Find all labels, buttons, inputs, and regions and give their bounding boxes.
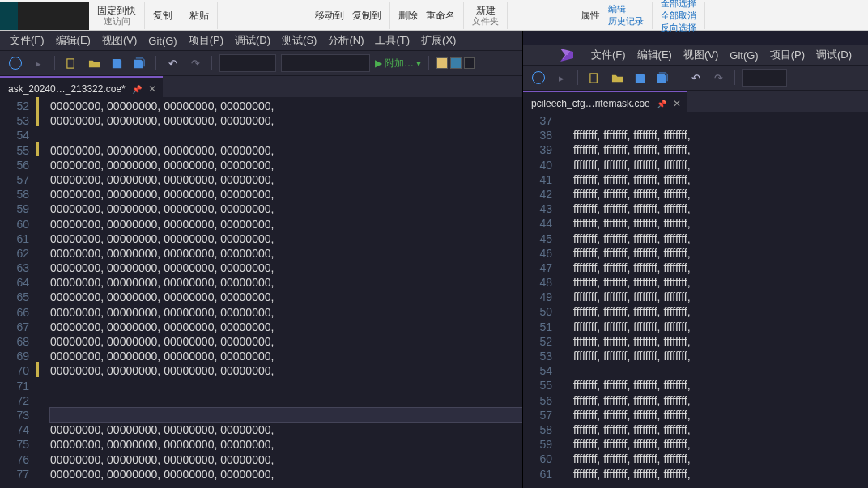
code-line[interactable]: ffffffff, ffffffff, ffffffff, ffffffff, bbox=[573, 408, 868, 422]
menu-item[interactable]: 测试(S) bbox=[282, 33, 317, 48]
code-line[interactable]: 00000000, 00000000, 00000000, 00000000, bbox=[50, 452, 522, 467]
menu-item[interactable]: 工具(T) bbox=[375, 33, 410, 48]
menu-item[interactable]: 视图(V) bbox=[102, 33, 137, 48]
menu-item[interactable]: 调试(D) bbox=[816, 48, 852, 62]
save-all-button[interactable] bbox=[130, 54, 148, 72]
code-line[interactable]: ffffffff, ffffffff, ffffffff, ffffffff, bbox=[573, 452, 868, 466]
code-line[interactable]: ffffffff, ffffffff, ffffffff, ffffffff, bbox=[573, 231, 868, 246]
code-line[interactable] bbox=[573, 363, 868, 378]
code-line[interactable]: ffffffff, ffffffff, ffffffff, ffffffff, bbox=[573, 437, 868, 452]
menu-item[interactable]: 项目(P) bbox=[189, 33, 223, 48]
tab-pin-icon[interactable]: 📌 bbox=[132, 85, 142, 94]
menu-item[interactable]: Git(G) bbox=[730, 49, 758, 62]
code-line[interactable]: ffffffff, ffffffff, ffffffff, ffffffff, bbox=[573, 334, 868, 349]
code-line[interactable]: 00000000, 00000000, 00000000, 00000000, bbox=[50, 113, 522, 128]
platform-combo[interactable] bbox=[281, 54, 370, 72]
color-palette[interactable] bbox=[436, 57, 475, 69]
ribbon-edit[interactable]: 编辑 bbox=[608, 3, 626, 15]
new-file-button-r[interactable] bbox=[585, 69, 603, 87]
code-line[interactable]: ffffffff, ffffffff, ffffffff, ffffffff, bbox=[573, 246, 868, 261]
code-line[interactable]: ffffffff, ffffffff, ffffffff, ffffffff, bbox=[573, 275, 868, 290]
code-line[interactable]: ffffffff, ffffffff, ffffffff, ffffffff, bbox=[573, 172, 868, 187]
ribbon-history[interactable]: 历史记录 bbox=[608, 15, 644, 28]
ribbon-paste-group[interactable]: 粘贴 bbox=[181, 2, 218, 29]
code-line[interactable]: ffffffff, ffffffff, ffffffff, ffffffff, bbox=[573, 320, 868, 334]
code-line[interactable]: ffffffff, ffffffff, ffffffff, ffffffff, bbox=[573, 304, 868, 319]
nav-back-button[interactable] bbox=[6, 54, 24, 72]
code-line[interactable]: ffffffff, ffffffff, ffffffff, ffffffff, bbox=[573, 216, 868, 231]
code-line[interactable]: ffffffff, ffffffff, ffffffff, ffffffff, bbox=[573, 202, 868, 216]
nav-back-button-r[interactable] bbox=[530, 69, 547, 87]
menu-item[interactable]: Git(G) bbox=[148, 35, 177, 47]
redo-button-r[interactable]: ↷ bbox=[709, 69, 727, 87]
code-line[interactable]: ffffffff, ffffffff, ffffffff, ffffffff, bbox=[573, 187, 868, 202]
code-line[interactable] bbox=[50, 379, 522, 393]
code-line[interactable]: 00000000, 00000000, 00000000, 00000000, bbox=[50, 187, 522, 202]
ribbon-delete[interactable]: 删除 bbox=[398, 10, 418, 21]
menu-item[interactable]: 编辑(E) bbox=[637, 48, 672, 62]
run-attach-button[interactable]: 附加… ▾ bbox=[375, 57, 421, 70]
undo-button[interactable]: ↶ bbox=[164, 54, 181, 72]
code-line[interactable]: 00000000, 00000000, 00000000, 00000000, bbox=[50, 349, 522, 363]
right-code[interactable]: ffffffff, ffffffff, ffffffff, ffffffff,f… bbox=[564, 112, 868, 488]
save-button[interactable] bbox=[108, 54, 126, 72]
menu-item[interactable]: 文件(F) bbox=[10, 33, 45, 48]
code-line[interactable]: ffffffff, ffffffff, ffffffff, ffffffff, bbox=[573, 422, 868, 437]
menu-item[interactable]: 项目(P) bbox=[770, 48, 805, 62]
code-line[interactable]: 00000000, 00000000, 00000000, 00000000, bbox=[50, 246, 522, 261]
code-line[interactable]: 00000000, 00000000, 00000000, 00000000, bbox=[50, 334, 522, 349]
code-line[interactable]: 00000000, 00000000, 00000000, 00000000, bbox=[50, 275, 522, 290]
code-line[interactable]: 00000000, 00000000, 00000000, 00000000, bbox=[50, 202, 522, 216]
undo-button-r[interactable]: ↶ bbox=[687, 69, 704, 87]
left-code[interactable]: 00000000, 00000000, 00000000, 00000000,0… bbox=[40, 97, 522, 488]
code-line[interactable] bbox=[50, 408, 522, 422]
code-line[interactable]: 00000000, 00000000, 00000000, 00000000, bbox=[50, 172, 522, 187]
code-line[interactable] bbox=[50, 128, 522, 142]
menu-item[interactable]: 扩展(X) bbox=[421, 33, 456, 48]
tab-close-icon-r[interactable]: ✕ bbox=[673, 98, 681, 109]
redo-button[interactable]: ↷ bbox=[186, 54, 204, 72]
ribbon-rename[interactable]: 重命名 bbox=[426, 10, 455, 21]
left-editor[interactable]: 5253545556575859606162636465666768697071… bbox=[0, 97, 522, 488]
code-line[interactable]: 00000000, 00000000, 00000000, 00000000, bbox=[50, 99, 522, 113]
tab-left-file[interactable]: ask_20240…_213322.coe* 📌 ✕ bbox=[0, 76, 163, 97]
menu-item[interactable]: 视图(V) bbox=[683, 48, 718, 62]
code-line[interactable] bbox=[50, 393, 522, 408]
save-button-r[interactable] bbox=[631, 69, 649, 87]
code-line[interactable]: 00000000, 00000000, 00000000, 00000000, bbox=[50, 290, 522, 304]
code-line[interactable]: 00000000, 00000000, 00000000, 00000000, bbox=[50, 217, 522, 231]
code-line[interactable]: 00000000, 00000000, 00000000, 00000000, bbox=[50, 143, 522, 158]
code-line[interactable]: 00000000, 00000000, 00000000, 00000000, bbox=[50, 320, 522, 334]
code-line[interactable]: 00000000, 00000000, 00000000, 00000000, bbox=[50, 231, 522, 246]
tab-right-file[interactable]: pcileech_cfg…ritemask.coe 📌 ✕ bbox=[523, 91, 687, 112]
nav-fwd-button[interactable]: ▸ bbox=[29, 54, 47, 72]
open-file-button[interactable] bbox=[85, 54, 103, 72]
code-line[interactable] bbox=[573, 113, 868, 128]
menu-item[interactable]: 调试(D) bbox=[235, 33, 270, 48]
code-line[interactable]: ffffffff, ffffffff, ffffffff, ffffffff, bbox=[573, 393, 868, 408]
code-line[interactable]: 00000000, 00000000, 00000000, 00000000, bbox=[50, 422, 522, 437]
code-line[interactable]: 00000000, 00000000, 00000000, 00000000, bbox=[50, 305, 522, 320]
ribbon-select-all[interactable]: 全部选择 bbox=[661, 0, 696, 10]
ribbon-moveto[interactable]: 移动到 bbox=[315, 10, 344, 21]
ribbon-select-none[interactable]: 全部取消 bbox=[661, 10, 696, 22]
tab-close-icon[interactable]: ✕ bbox=[148, 83, 156, 95]
code-line[interactable]: 00000000, 00000000, 00000000, 00000000, bbox=[50, 467, 522, 482]
code-line[interactable]: ffffffff, ffffffff, ffffffff, ffffffff, bbox=[573, 128, 868, 142]
save-all-button-r[interactable] bbox=[653, 69, 671, 87]
config-combo[interactable] bbox=[219, 54, 276, 72]
right-editor[interactable]: 3738394041424344454647484950515253545556… bbox=[523, 112, 868, 488]
nav-fwd-button-r[interactable]: ▸ bbox=[552, 69, 570, 87]
code-line[interactable]: ffffffff, ffffffff, ffffffff, ffffffff, bbox=[573, 290, 868, 304]
code-line[interactable]: ffffffff, ffffffff, ffffffff, ffffffff, bbox=[573, 261, 868, 275]
menu-item[interactable]: 分析(N) bbox=[328, 33, 364, 48]
open-file-button-r[interactable] bbox=[608, 69, 626, 87]
menu-item[interactable]: 文件(F) bbox=[591, 48, 626, 62]
code-line[interactable]: ffffffff, ffffffff, ffffffff, ffffffff, bbox=[573, 142, 868, 157]
code-line[interactable]: ffffffff, ffffffff, ffffffff, ffffffff, bbox=[573, 467, 868, 482]
config-combo-r[interactable] bbox=[742, 69, 787, 87]
ribbon-pin-group[interactable]: 固定到快 速访问 bbox=[89, 2, 145, 29]
ribbon-new-group[interactable]: 新建 文件夹 bbox=[464, 2, 508, 29]
code-line[interactable]: 00000000, 00000000, 00000000, 00000000, bbox=[50, 158, 522, 172]
code-line[interactable]: ffffffff, ffffffff, ffffffff, ffffffff, bbox=[573, 349, 868, 363]
